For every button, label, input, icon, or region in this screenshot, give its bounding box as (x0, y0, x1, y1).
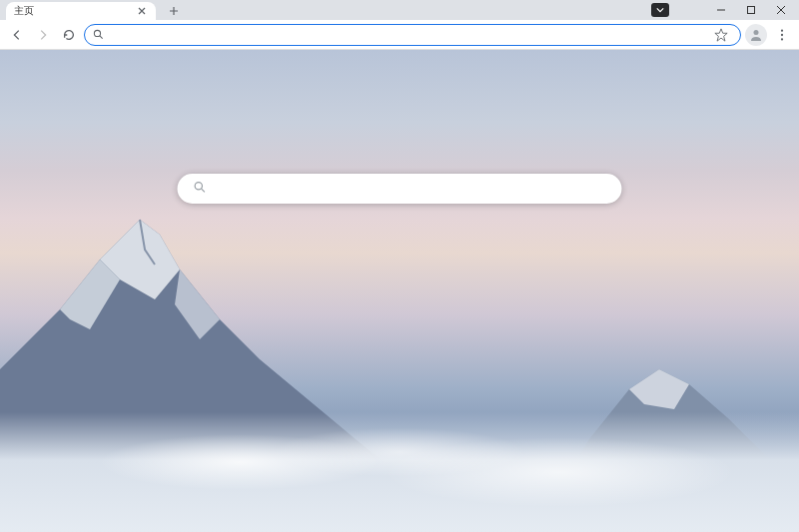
address-input[interactable] (110, 29, 704, 41)
forward-button[interactable] (32, 24, 54, 46)
tab-search-button[interactable] (651, 3, 669, 17)
back-button[interactable] (6, 24, 28, 46)
menu-button[interactable] (771, 24, 793, 46)
bookmark-star-icon[interactable] (710, 24, 732, 46)
profile-button[interactable] (745, 24, 767, 46)
search-icon (93, 26, 104, 44)
svg-point-5 (781, 38, 783, 40)
window-controls (639, 0, 799, 20)
maximize-button[interactable] (745, 4, 757, 16)
svg-point-6 (195, 183, 202, 190)
new-tab-page (0, 50, 799, 532)
address-bar[interactable] (84, 24, 741, 46)
close-tab-icon[interactable] (136, 5, 148, 17)
svg-point-4 (781, 33, 783, 35)
ntp-search-box[interactable] (178, 174, 622, 204)
svg-rect-0 (748, 7, 755, 14)
browser-toolbar (0, 20, 799, 50)
svg-point-3 (781, 29, 783, 31)
close-window-button[interactable] (775, 4, 787, 16)
tab-strip: 主页 (0, 0, 799, 20)
new-tab-button[interactable] (164, 2, 184, 20)
tab-title: 主页 (14, 4, 136, 18)
reload-button[interactable] (58, 24, 80, 46)
ntp-search-input[interactable] (217, 182, 606, 197)
minimize-button[interactable] (715, 4, 727, 16)
svg-point-1 (94, 30, 100, 36)
tab-active[interactable]: 主页 (6, 2, 156, 20)
background-cloud-layer (0, 412, 799, 512)
svg-point-2 (754, 30, 759, 35)
search-icon (194, 180, 207, 198)
